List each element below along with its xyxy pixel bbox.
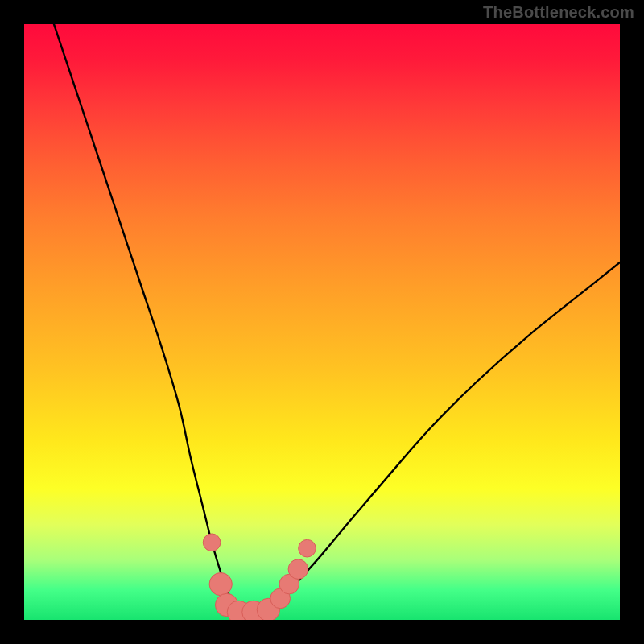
data-marker bbox=[299, 539, 316, 557]
data-marker bbox=[288, 559, 308, 580]
bottleneck-curve bbox=[54, 24, 620, 615]
data-markers bbox=[203, 534, 316, 620]
data-marker bbox=[209, 572, 232, 595]
chart-svg bbox=[24, 24, 620, 620]
plot-area bbox=[24, 24, 620, 620]
data-marker bbox=[203, 534, 221, 551]
chart-frame: TheBottleneck.com bbox=[0, 0, 644, 644]
watermark-text: TheBottleneck.com bbox=[483, 3, 634, 22]
